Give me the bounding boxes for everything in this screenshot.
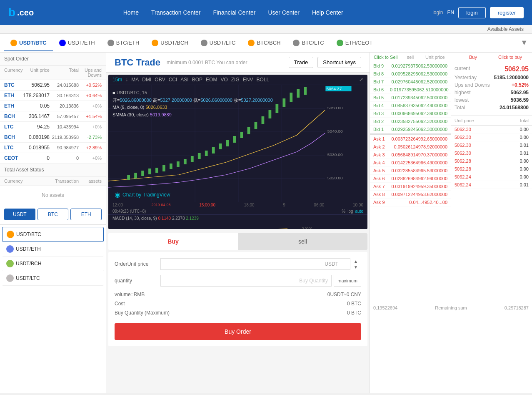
chart-tool-dmi[interactable]: DMI <box>142 77 151 83</box>
chart-tool-vo[interactable]: VO <box>220 77 227 83</box>
sidebar-row-eth2[interactable]: ETH 0.05 20.13836 +0% <box>0 101 106 111</box>
right-row-4[interactable]: 5062.30 0.01 <box>451 149 532 157</box>
sidebar-row-eth1[interactable]: ETH 178.263017 30.164313 +0.64% <box>0 91 106 101</box>
trade-dropdown-btn[interactable]: Trade <box>289 57 313 68</box>
sidebar-row-ceot[interactable]: CEOT 0 0 +0% <box>0 153 106 164</box>
buy-header[interactable]: Buy <box>455 55 492 60</box>
chart-tool-obv[interactable]: OBV <box>155 77 165 83</box>
sell-tab[interactable]: sell <box>238 233 367 250</box>
coin-btn-eth[interactable]: ETH <box>70 209 102 220</box>
pair-item-usdt-ltc[interactable]: USDT/LTC <box>2 271 104 286</box>
ask-row-5[interactable]: Ask 5 0.03228558 4965.53000000 <box>370 167 451 175</box>
tab-eth-ceot[interactable]: ETH/CEOT <box>330 35 379 51</box>
bid-row-7[interactable]: Bid 7 0.02976044 5062.52000000 <box>370 78 451 86</box>
bid-row-5[interactable]: Bid 5 0.01723934 5062.50000000 <box>370 94 451 102</box>
tab-usdt-eth[interactable]: USDT/ETH <box>53 35 101 51</box>
sidebar-row-bch[interactable]: BCH 306.1467 57.095457 +1.54% <box>0 111 106 122</box>
chart-tool-env[interactable]: ENV <box>243 77 253 83</box>
chart-tool-cci[interactable]: CCI <box>169 77 177 83</box>
chart-controls: % log auto <box>342 209 363 214</box>
ask-row-8[interactable]: Ask 8 0.00971224 4953.62000000 <box>370 191 451 199</box>
chart-tool-boll[interactable]: BOLL <box>256 77 269 83</box>
ask-row-9[interactable]: Ask 9 0.04... 4952.40...00 <box>370 199 451 206</box>
tab-usdt-btc[interactable]: USDT/BTC <box>4 35 53 51</box>
right-row-5[interactable]: 5062.28 0.00 <box>451 157 532 165</box>
sidebar-row-bch2[interactable]: BCH 0.060198 2119.353958 -2.73% <box>0 132 106 143</box>
maximum-button[interactable]: maximum <box>334 275 361 287</box>
right-row-1[interactable]: 5062.30 0.00 <box>451 126 532 133</box>
bid-row-3[interactable]: Bid 3 0.00096869 5062.39000000 <box>370 110 451 118</box>
ask-row-2[interactable]: Ask 2 0.0502612 4978.92000000 <box>370 143 451 151</box>
nav-home[interactable]: Home <box>123 9 139 16</box>
price-up-arrow[interactable]: ▲ <box>350 258 361 264</box>
right-row-8[interactable]: 5062.24 0.01 <box>451 181 532 189</box>
tab-label-eth-ceot: ETH/CEOT <box>345 40 373 46</box>
pair-item-usdt-btc[interactable]: USDT/BTC <box>2 227 104 242</box>
bid-row-9[interactable]: Bid 9 0.01927937 5062.59000000 <box>370 62 451 70</box>
chart-tool-updown[interactable]: ↕ <box>125 77 128 83</box>
time-date: 2019-04-08 <box>152 203 171 207</box>
ask-row-1[interactable]: Ask 1 0.00372326 4992.65000000 <box>370 135 451 143</box>
chart-tool-asi[interactable]: ASI <box>180 77 188 83</box>
nav-user[interactable]: User Center <box>268 9 299 16</box>
highest-label: highest <box>455 90 471 96</box>
right-row-7[interactable]: 5062.24 0.00 <box>451 173 532 181</box>
price-down-arrow[interactable]: ▼ <box>350 264 361 270</box>
bid-row-2[interactable]: Bid 2 0.02358275 5062.32000000 <box>370 118 451 126</box>
sidebar-row-ltc2[interactable]: LTC 0.018955 90.984977 +2.89% <box>0 143 106 153</box>
tab-usdt-bch[interactable]: USDT/BCH <box>145 35 194 51</box>
nav-transaction[interactable]: Transaction Center <box>151 9 201 16</box>
chart-ctrl-log[interactable]: log <box>347 209 353 214</box>
ask-row-7[interactable]: Ask 7 0.03191992 4959.35000000 <box>370 183 451 191</box>
coin-btn-usdt[interactable]: USDT <box>4 209 35 220</box>
chart-ctrl-pct[interactable]: % <box>342 209 345 214</box>
nav-financial[interactable]: Financial Center <box>213 9 256 16</box>
sidebar-row-btc[interactable]: BTC 5062.95 24.015688 +0.52% <box>0 80 106 91</box>
chart-tool-zig[interactable]: ZIG <box>231 77 240 83</box>
bid-row-8[interactable]: Bid 8 0.00952829 5062.53000000 <box>370 70 451 78</box>
chart-expand-icon[interactable]: ⤢ <box>359 77 363 83</box>
ask-row-6[interactable]: Ask 6 0.02882698 4962.99000000 <box>370 175 451 183</box>
click-to-buy-label[interactable]: Click to buy <box>492 55 529 60</box>
right-row-3[interactable]: 5062.30 0.01 <box>451 141 532 149</box>
currency-ltc: LTC <box>4 124 21 130</box>
bid-row-4[interactable]: Bid 4 0.04583793 5062.49000000 <box>370 102 451 110</box>
bid-row-6[interactable]: Bid 6 0.01977359 5062.510000000 <box>370 86 451 94</box>
coin-btn-btc[interactable]: BTC <box>37 209 69 220</box>
trade-title: BTC Trade <box>115 57 160 68</box>
click-to-sell-label[interactable]: Click to Sell <box>373 55 398 60</box>
tab-usdt-ltc[interactable]: USDT/LTC <box>195 35 242 51</box>
chart-tool-ma[interactable]: MA <box>131 77 139 83</box>
right-row-6[interactable]: 5062.28 0.00 <box>451 165 532 173</box>
tab-expand-icon[interactable]: ▼ <box>520 38 528 47</box>
tab-btc-bch[interactable]: BTC/BCH <box>242 35 287 51</box>
spot-order-minimize[interactable]: — <box>97 56 102 62</box>
ask-row-3[interactable]: Ask 3 0.05684891 4970.37000000 <box>370 151 451 159</box>
login-link[interactable]: login <box>432 10 443 15</box>
shortcut-keys-btn[interactable]: Shortcut keys <box>317 57 361 68</box>
bid-row-1[interactable]: Bid 1 0.02925924 5062.30000000 <box>370 126 451 133</box>
volume-label: volume=RMB <box>115 292 145 297</box>
chart-tool-eom[interactable]: EOM <box>206 77 217 83</box>
sidebar-row-ltc[interactable]: LTC 94.25 10.435994 +0% <box>0 122 106 132</box>
buy-order-button[interactable]: Buy Order <box>115 323 361 340</box>
ask-row-4[interactable]: Ask 4 0.01422536 4966.49000000 <box>370 159 451 167</box>
pair-item-usdt-bch[interactable]: USDT/BCH <box>2 257 104 271</box>
login-button[interactable]: login <box>458 7 485 18</box>
pair-item-usdt-eth[interactable]: USDT/ETH <box>2 242 104 257</box>
chart-ctrl-auto[interactable]: auto <box>355 209 363 214</box>
tab-btc-ltc[interactable]: BTC/LTC <box>287 35 330 51</box>
cost-label: Cost <box>115 301 125 307</box>
right-row-2[interactable]: 5062.30 0.00 <box>451 133 532 141</box>
buy-tab[interactable]: Buy <box>108 233 238 250</box>
total-asset-minimize[interactable]: — <box>97 167 102 173</box>
lang-selector[interactable]: EN <box>447 10 454 15</box>
change-ltc: +0% <box>79 124 102 129</box>
register-button[interactable]: register <box>490 7 524 18</box>
chart-timeframe-15m[interactable]: 15m <box>112 77 122 83</box>
nav-help[interactable]: Help Center <box>312 9 343 16</box>
tab-btc-eth[interactable]: BTC/ETH <box>101 35 146 51</box>
chart-tool-bop[interactable]: BOP <box>192 77 202 83</box>
quantity-input[interactable] <box>160 275 332 287</box>
svg-rect-9 <box>134 173 137 179</box>
